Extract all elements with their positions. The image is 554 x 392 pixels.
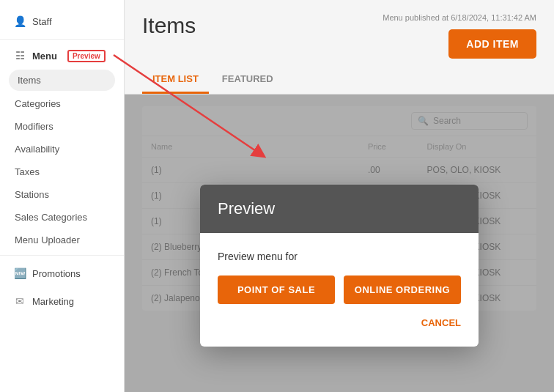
sidebar-item-marketing[interactable]: ✉ Marketing xyxy=(0,287,124,315)
staff-icon: 👤 xyxy=(13,15,26,28)
pos-button[interactable]: POINT OF SALE xyxy=(218,275,335,304)
promotions-icon: 🆕 xyxy=(13,267,26,280)
sidebar-label-marketing: Marketing xyxy=(32,296,74,307)
page-header: Items Menu published at 6/18/2024, 11:31… xyxy=(125,0,554,66)
sidebar-item-taxes[interactable]: Taxes xyxy=(0,160,124,183)
sidebar-label-promotions: Promotions xyxy=(32,268,81,279)
sidebar-label-staff: Staff xyxy=(32,16,52,27)
dialog-label: Preview menu for xyxy=(218,251,461,262)
sidebar-item-categories[interactable]: Categories xyxy=(0,92,124,115)
tab-featured[interactable]: FEATURED xyxy=(212,66,284,94)
sidebar-label-menu: Menu xyxy=(32,51,57,62)
main-content: Items Menu published at 6/18/2024, 11:31… xyxy=(125,0,554,392)
publish-meta: Menu published at 6/18/2024, 11:31:42 AM xyxy=(383,13,536,22)
menu-sub-items: Items Categories Modifiers Availability … xyxy=(0,68,124,251)
sidebar-group-menu: ☷ Menu Preview xyxy=(0,43,124,68)
online-ordering-button[interactable]: ONLINE ORDERING xyxy=(344,275,461,304)
dialog-overlay: Preview Preview menu for POINT OF SALE O… xyxy=(125,95,554,392)
dialog-body: Preview menu for POINT OF SALE ONLINE OR… xyxy=(200,233,479,347)
dialog-header: Preview xyxy=(200,185,479,233)
content-area: 🔍 Name Price Display On (1) .00 P xyxy=(125,95,554,392)
dialog-buttons: POINT OF SALE ONLINE ORDERING xyxy=(218,275,461,304)
sidebar: 👤 Staff ☷ Menu Preview Items Categories … xyxy=(0,0,125,392)
sidebar-item-availability[interactable]: Availability xyxy=(0,138,124,160)
sidebar-item-modifiers[interactable]: Modifiers xyxy=(0,115,124,138)
page-title: Items xyxy=(142,13,196,38)
marketing-icon: ✉ xyxy=(13,295,26,308)
sidebar-item-sales-categories[interactable]: Sales Categories xyxy=(0,206,124,229)
tabs: ITEM LIST FEATURED xyxy=(125,66,554,95)
sidebar-item-menu-uploader[interactable]: Menu Uploader xyxy=(0,229,124,251)
sidebar-item-stations[interactable]: Stations xyxy=(0,183,124,206)
sidebar-item-items[interactable]: Items xyxy=(9,70,115,91)
dialog-footer: CANCEL xyxy=(218,316,461,329)
sidebar-item-promotions[interactable]: 🆕 Promotions xyxy=(0,259,124,287)
preview-dialog: Preview Preview menu for POINT OF SALE O… xyxy=(200,185,479,347)
cancel-button[interactable]: CANCEL xyxy=(421,317,461,328)
add-item-button[interactable]: ADD ITEM xyxy=(448,29,536,59)
preview-badge[interactable]: Preview xyxy=(67,50,106,62)
menu-icon: ☷ xyxy=(13,49,26,62)
dialog-title: Preview xyxy=(218,199,461,218)
tab-item-list[interactable]: ITEM LIST xyxy=(142,66,209,94)
sidebar-item-staff[interactable]: 👤 Staff xyxy=(0,7,124,35)
